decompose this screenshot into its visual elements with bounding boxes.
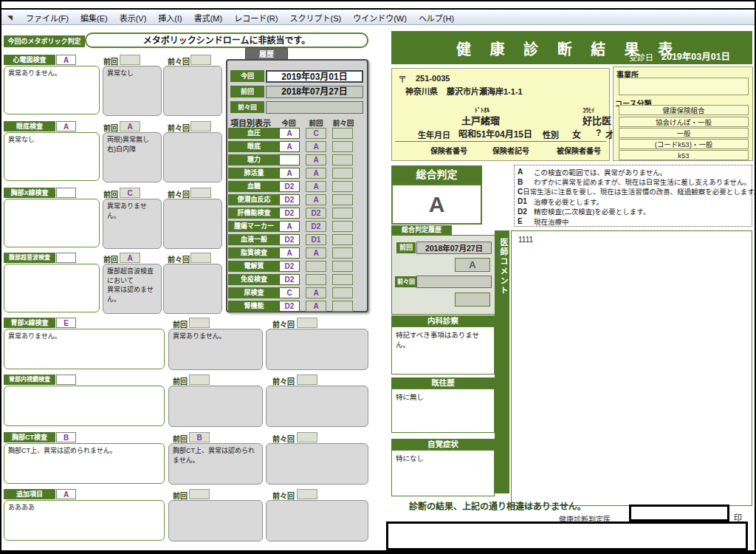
- course-item-field[interactable]: k53: [619, 150, 749, 160]
- exam-finding-field[interactable]: 異常なし: [4, 132, 100, 181]
- exam-finding-field[interactable]: [4, 386, 165, 426]
- prev-grade-field[interactable]: A: [120, 253, 140, 263]
- prev-finding-field[interactable]: [168, 386, 263, 427]
- course-item-field[interactable]: 健康保険組合: [619, 105, 749, 115]
- prev2-grade-field[interactable]: [297, 318, 317, 328]
- prev-finding-field[interactable]: 異常ありません。: [168, 329, 263, 370]
- item-prev2-grade-field[interactable]: [332, 274, 353, 285]
- item-current-grade-field[interactable]: A: [279, 141, 300, 152]
- prev2-finding-field[interactable]: [163, 132, 222, 182]
- prev2-grade-field[interactable]: [190, 121, 211, 131]
- postal-code[interactable]: 251-0035: [416, 74, 450, 83]
- item-prev-grade-field[interactable]: D1: [306, 234, 326, 245]
- item-prev-grade-field[interactable]: A: [306, 181, 326, 192]
- exam-grade-field[interactable]: [56, 188, 76, 198]
- doctor-comment-field[interactable]: 1111: [511, 230, 752, 506]
- prev2-grade-field[interactable]: [297, 375, 317, 385]
- item-prev2-grade-field[interactable]: [332, 208, 353, 219]
- prev2-finding-field[interactable]: [266, 443, 368, 485]
- exam-grade-field[interactable]: E: [56, 318, 76, 328]
- age-value[interactable]: ?: [596, 128, 601, 138]
- prev-finding-field[interactable]: 胸部CT上、異常は認められません。: [168, 443, 263, 485]
- oh-prev2-date-field[interactable]: [416, 276, 492, 288]
- oh-prev-date-field[interactable]: 2018年07月27日: [416, 242, 492, 254]
- item-current-grade-field[interactable]: D2: [279, 234, 300, 245]
- item-prev-grade-field[interactable]: A: [306, 287, 326, 298]
- exam-grade-field[interactable]: A: [56, 55, 76, 65]
- prev2-grade-field[interactable]: [190, 253, 211, 263]
- item-current-grade-field[interactable]: A: [279, 247, 300, 259]
- exam-grade-field[interactable]: [56, 253, 76, 263]
- item-current-grade-field[interactable]: A: [279, 221, 300, 232]
- prev-grade-field[interactable]: [189, 375, 210, 385]
- prev2-finding-field[interactable]: [266, 500, 368, 541]
- prev2-finding-field[interactable]: [163, 66, 222, 116]
- exam-grade-field[interactable]: A: [56, 489, 76, 499]
- prev2-finding-field[interactable]: [163, 264, 222, 314]
- exam-grade-field[interactable]: [56, 375, 76, 385]
- prev2-grade-field[interactable]: [190, 55, 211, 65]
- overall-grade-field[interactable]: A: [391, 184, 482, 225]
- item-current-grade-field[interactable]: D2: [279, 194, 300, 205]
- tab-history[interactable]: 履歴: [245, 47, 288, 60]
- course-item-field[interactable]: 一般: [619, 128, 749, 138]
- prev2-grade-field[interactable]: [297, 489, 317, 499]
- prev2-grade-field[interactable]: [190, 188, 211, 198]
- symptoms-field[interactable]: 特になし: [391, 450, 495, 496]
- menu-item[interactable]: ウインドウ(W): [353, 12, 407, 24]
- exam-finding-field[interactable]: 異常ありません。: [4, 329, 165, 369]
- prev-finding-field[interactable]: 両眼)異常無し 右)白内障: [103, 132, 162, 182]
- menu-item[interactable]: スクリプト(S): [289, 12, 341, 24]
- prev-finding-field[interactable]: [168, 500, 263, 541]
- menu-item[interactable]: 表示(V): [120, 12, 147, 24]
- exam-finding-field[interactable]: ああああ: [4, 500, 165, 541]
- facility-field[interactable]: [386, 521, 748, 550]
- item-prev-grade-field[interactable]: [306, 274, 326, 285]
- menu-item[interactable]: ヘルプ(H): [419, 12, 454, 24]
- item-prev2-grade-field[interactable]: [332, 247, 353, 259]
- item-prev-grade-field[interactable]: A: [306, 168, 326, 179]
- patient-name-2[interactable]: 好比医: [583, 113, 611, 127]
- course-item-field[interactable]: 協会けんぽ・一般: [619, 117, 749, 127]
- prev-grade-field[interactable]: C: [120, 188, 140, 198]
- item-current-grade-field[interactable]: A: [279, 128, 300, 139]
- item-prev-grade-field[interactable]: A: [306, 141, 326, 152]
- item-current-grade-field[interactable]: C: [279, 287, 300, 298]
- item-prev2-grade-field[interactable]: [332, 261, 353, 272]
- prev-grade-field[interactable]: [189, 318, 210, 328]
- prev-grade-field[interactable]: B: [189, 432, 210, 442]
- item-prev-grade-field[interactable]: A: [306, 154, 326, 165]
- prefecture[interactable]: 神奈川県: [405, 85, 438, 97]
- item-current-grade-field[interactable]: [279, 154, 300, 165]
- prev2-finding-field[interactable]: [266, 386, 368, 427]
- exam-grade-field[interactable]: B: [56, 432, 76, 442]
- prev-finding-field[interactable]: 腹部超音波検査において 異常は認めません。: [103, 264, 162, 314]
- menu-item[interactable]: 編集(E): [80, 12, 108, 24]
- visit-date-value[interactable]: 2019年03月01日: [662, 49, 730, 63]
- prev-grade-field[interactable]: [120, 55, 140, 65]
- item-current-grade-field[interactable]: D2: [279, 261, 300, 272]
- item-prev2-grade-field[interactable]: [332, 168, 353, 179]
- item-prev2-grade-field[interactable]: [332, 221, 353, 232]
- item-prev-grade-field[interactable]: A: [306, 301, 326, 312]
- item-current-grade-field[interactable]: D2: [279, 301, 300, 312]
- item-prev2-grade-field[interactable]: [332, 287, 353, 298]
- patient-name-1[interactable]: 土戸緒瑠: [461, 113, 500, 127]
- prev2-finding-field[interactable]: [266, 329, 368, 370]
- exam-grade-field[interactable]: A: [56, 121, 76, 131]
- medical-history-field[interactable]: 特に無し: [391, 389, 495, 433]
- item-current-grade-field[interactable]: D2: [279, 181, 300, 192]
- prev-grade-field[interactable]: [189, 489, 210, 499]
- item-prev2-grade-field[interactable]: [332, 301, 353, 312]
- prev2-finding-field[interactable]: [163, 199, 222, 249]
- item-prev2-grade-field[interactable]: [332, 194, 353, 205]
- address[interactable]: 藤沢市片瀬海岸1-1-1: [447, 85, 523, 97]
- history-prev-date-field[interactable]: 2018年07月27日: [266, 86, 363, 98]
- sex-value[interactable]: 女: [572, 128, 581, 140]
- exam-finding-field[interactable]: [4, 264, 100, 312]
- internal-exam-field[interactable]: 特記すべき事項はありません。: [391, 326, 495, 375]
- item-prev-grade-field[interactable]: [306, 261, 326, 272]
- doctor-name-field[interactable]: [629, 505, 729, 521]
- item-current-grade-field[interactable]: A: [279, 168, 300, 179]
- birthdate-value[interactable]: 昭和51年04月15日: [458, 127, 532, 140]
